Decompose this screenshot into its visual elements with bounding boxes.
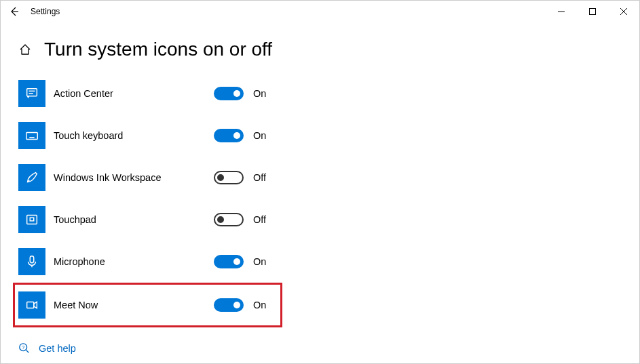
back-arrow-icon — [9, 6, 20, 17]
help-icon: ? — [18, 342, 31, 355]
setting-row-meet-now: Meet NowOn — [13, 283, 282, 327]
toggle-touchpad[interactable] — [214, 213, 244, 226]
toggle-ink-workspace[interactable] — [214, 171, 244, 184]
minimize-icon — [558, 8, 565, 15]
touchpad-icon — [18, 206, 45, 233]
icon-list: Action CenterOnTouch keyboardOnWindows I… — [18, 73, 622, 327]
svg-rect-8 — [26, 132, 38, 139]
close-icon — [620, 8, 627, 15]
close-button[interactable] — [608, 1, 639, 22]
toggle-wrap: On — [214, 298, 266, 312]
toggle-state-label: On — [253, 130, 266, 141]
toggle-state-label: On — [253, 88, 266, 99]
toggle-wrap: Off — [214, 171, 266, 184]
toggle-state-label: On — [253, 300, 266, 310]
setting-row-action-center: Action CenterOn — [18, 73, 622, 115]
setting-label: Meet Now — [45, 300, 214, 310]
help-link[interactable]: Get help — [39, 343, 76, 354]
help-section: ? Get help — [18, 342, 622, 355]
maximize-icon — [589, 8, 596, 15]
setting-row-touchpad: TouchpadOff — [18, 199, 622, 241]
svg-rect-17 — [30, 218, 34, 221]
setting-label: Windows Ink Workspace — [45, 172, 214, 183]
toggle-microphone[interactable] — [214, 255, 244, 268]
toggle-wrap: On — [214, 255, 266, 268]
setting-row-touch-keyboard: Touch keyboardOn — [18, 115, 622, 157]
toggle-wrap: Off — [214, 213, 266, 226]
toggle-meet-now[interactable] — [214, 298, 244, 312]
maximize-button[interactable] — [577, 1, 608, 22]
meet-now-icon — [18, 291, 45, 319]
minimize-button[interactable] — [546, 1, 577, 22]
page-title: Turn system icons on or off — [44, 39, 272, 60]
toggle-state-label: Off — [253, 214, 266, 225]
svg-rect-18 — [30, 256, 34, 263]
microphone-icon — [18, 248, 45, 275]
toggle-touch-keyboard[interactable] — [214, 129, 244, 142]
toggle-state-label: On — [253, 256, 266, 267]
setting-label: Action Center — [45, 88, 214, 99]
window-title: Settings — [28, 7, 60, 16]
titlebar: Settings — [1, 1, 639, 22]
content: Turn system icons on or off Action Cente… — [1, 22, 639, 355]
action-center-icon — [18, 80, 45, 107]
svg-text:?: ? — [22, 344, 24, 350]
setting-row-ink-workspace: Windows Ink WorkspaceOff — [18, 157, 622, 199]
toggle-state-label: Off — [253, 172, 266, 183]
svg-rect-16 — [27, 216, 37, 224]
ink-workspace-icon — [18, 164, 45, 191]
setting-label: Touch keyboard — [45, 130, 214, 141]
svg-rect-5 — [27, 89, 37, 96]
setting-label: Touchpad — [45, 214, 214, 225]
svg-rect-20 — [27, 302, 34, 308]
toggle-wrap: On — [214, 87, 266, 100]
toggle-wrap: On — [214, 129, 266, 142]
page-header: Turn system icons on or off — [18, 39, 622, 60]
touch-keyboard-icon — [18, 122, 45, 149]
setting-row-microphone: MicrophoneOn — [18, 241, 622, 283]
toggle-action-center[interactable] — [214, 87, 244, 100]
svg-rect-2 — [590, 9, 596, 15]
back-button[interactable] — [1, 1, 28, 22]
setting-label: Microphone — [45, 256, 214, 267]
home-icon[interactable] — [18, 43, 32, 56]
